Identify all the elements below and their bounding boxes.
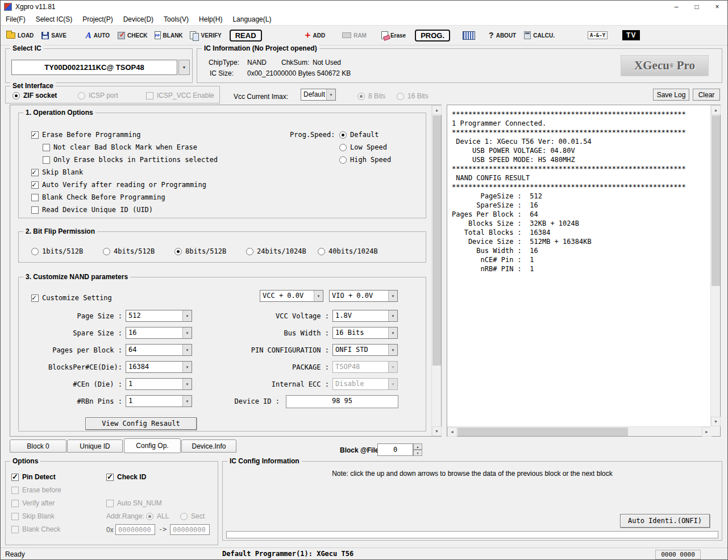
scroll-up-button[interactable]: ▲ [432,105,442,115]
chevron-down-icon[interactable]: ▼ [326,89,335,100]
blank-check-checkbox[interactable]: Blank Check [11,525,60,534]
calcu-button[interactable]: CALCU. [524,31,555,39]
logic-button[interactable]: A-&-Y [588,31,608,39]
radio-24bits-1024b[interactable]: 24bits/1024B [246,247,306,256]
load-button[interactable]: LOAD [6,32,34,39]
block-file-input[interactable]: 0 [377,443,413,456]
scrollbar-thumb[interactable] [457,428,628,436]
checkbox-only-erase-partitions[interactable]: Only Erase blocks in Partitions selected [43,155,218,164]
chevron-down-icon[interactable]: ▼ [388,327,397,338]
tab-unique-id[interactable]: Unique ID [67,439,123,453]
checkbox-read-uid[interactable]: Read Device Unique ID (UID) [31,205,153,214]
radio-8bits-512b[interactable]: 8bits/512B [174,247,226,256]
radio-40bits-1024b[interactable]: 40bits/1024B [318,247,378,256]
blocks-per-ce-combo[interactable]: 16384 ▼ [126,361,192,373]
scroll-left-button[interactable]: ◄ [447,427,457,437]
chevron-down-icon[interactable]: ▼ [388,291,397,301]
spin-down-button[interactable]: ▼ [413,450,422,456]
ic-select-dropdown-button[interactable]: ▼ [178,60,190,75]
bits8-radio[interactable]: 8 Bits [357,92,385,101]
spin-up-button[interactable]: ▲ [413,443,422,450]
scrollbar-thumb[interactable] [712,115,720,286]
auto-button[interactable]: A AUTO [86,31,110,39]
icsp-vcc-checkbox[interactable]: ICSP_VCC Enable [146,91,214,100]
menu-file[interactable]: File(F) [1,13,31,25]
blank-button[interactable]: FF BLANK [155,31,183,39]
menu-select-ic[interactable]: Select IC(S) [31,13,78,25]
check-button[interactable]: ✓ CHECK [118,32,148,39]
verify-after-checkbox[interactable]: Verify after [11,499,55,508]
bus-width-combo[interactable]: 16 Bits ▼ [332,327,398,339]
checkbox-customize-setting[interactable]: Customize Setting [31,293,112,302]
addr-all-radio[interactable]: ALL [146,512,169,521]
vcc-voltage-combo[interactable]: 1.8V ▼ [332,310,398,322]
radio-speed-high[interactable]: High Speed [339,155,391,164]
checkbox-auto-verify[interactable]: Auto Verify after reading or Programming [31,180,206,189]
vcc-imax-combo[interactable]: Default ▼ [301,89,336,101]
vio-offset-combo[interactable]: VIO + 0.0V ▼ [329,290,398,302]
radio-4bits-512b[interactable]: 4bits/512B [103,247,155,256]
addr-sect-radio[interactable]: Sect [180,512,205,521]
spare-size-combo[interactable]: 16 ▼ [126,327,192,339]
scroll-down-button[interactable]: ▼ [711,417,721,426]
chip-stamp-button[interactable] [463,31,475,40]
pages-per-block-combo[interactable]: 64 ▼ [126,344,192,356]
pin-detect-checkbox[interactable]: Pin Detect [11,472,56,482]
save-log-button[interactable]: Save Log [653,89,689,101]
save-button[interactable]: SAVE [41,32,66,39]
radio-speed-default[interactable]: Default [339,130,379,139]
erase-before-checkbox[interactable]: Erase before [11,486,61,495]
bits16-radio[interactable]: 16 Bits [397,92,429,101]
tab-device-info[interactable]: Device.Info [181,439,236,453]
menu-device[interactable]: Device(D) [118,13,159,25]
radio-1bits-512b[interactable]: 1bits/512B [31,247,83,256]
chevron-down-icon[interactable]: ▼ [314,291,323,301]
ic-select-combo[interactable]: TY00D0021211KC@ TSOP48 [11,60,177,75]
maximize-button[interactable]: □ [687,1,707,13]
scroll-down-button[interactable]: ▼ [432,426,442,436]
clear-button[interactable]: Clear [693,89,720,101]
add-button[interactable]: + ADD [305,31,326,39]
radio-speed-low[interactable]: Low Speed [339,143,387,152]
verify-button[interactable]: VERIFY [190,31,222,40]
addr-from-input[interactable]: 00000000 [115,524,155,535]
skip-blank-checkbox[interactable]: Skip Blank [11,512,55,521]
checkbox-not-clear-bad-block[interactable]: Not clear Bad Block Mark when Erase [43,143,197,152]
chevron-down-icon[interactable]: ▼ [388,345,397,355]
log-vscrollbar[interactable]: ▲ ▼ [710,105,720,426]
menu-tools[interactable]: Tools(V) [159,13,194,25]
auto-identi-button[interactable]: Auto Identi.(ONFI) [620,514,710,528]
menu-language[interactable]: Language(L) [227,13,276,25]
zif-socket-radio[interactable]: ZIF socket [13,91,57,100]
scrollbar-thumb[interactable] [432,115,441,366]
block-file-spinner[interactable]: 0 ▲ ▼ [377,443,422,456]
tv-button[interactable]: TV [622,30,640,40]
tab-block-0[interactable]: Block 0 [10,439,66,453]
menu-project[interactable]: Project(P) [77,13,118,25]
scroll-up-button[interactable]: ▲ [711,105,721,115]
checkbox-erase-before-programming[interactable]: Erase Before Programming [31,130,140,139]
minimize-button[interactable]: – [666,1,687,13]
checkbox-skip-blank[interactable]: Skip Blank [31,168,83,177]
about-button[interactable]: ? ABOUT [489,31,516,40]
view-config-button[interactable]: View Config Resault [85,417,197,430]
auto-sn-checkbox[interactable]: Auto SN_NUM [106,499,162,508]
log-hscrollbar[interactable]: ◄ ► [447,426,712,436]
checkbox-blank-check-before[interactable]: Blank Check Before Programming [31,193,165,202]
chevron-down-icon[interactable]: ▼ [388,310,397,321]
tab-config-op[interactable]: Config Op. [124,438,181,453]
icsp-port-radio[interactable]: ICSP port [78,91,118,100]
prog-button[interactable]: PROG. [415,30,450,42]
read-button[interactable]: READ [230,30,262,42]
device-id-input[interactable]: 98 95 [286,395,398,408]
erase-button[interactable]: Erase [381,31,406,39]
check-id-checkbox[interactable]: Check ID [106,472,146,482]
pin-configuration-combo[interactable]: ONFI STD ▼ [332,344,398,356]
menu-help[interactable]: Help(H) [194,13,227,25]
vcc-offset-combo[interactable]: VCC + 0.0V ▼ [260,290,323,302]
page-size-combo[interactable]: 512 ▼ [126,310,192,322]
panel-scrollbar[interactable]: ▲ ▼ [431,105,441,436]
addr-to-input[interactable]: 00000000 [170,524,210,535]
close-button[interactable]: × [707,1,727,13]
cen-die-combo[interactable]: 1 ▼ [126,378,192,390]
